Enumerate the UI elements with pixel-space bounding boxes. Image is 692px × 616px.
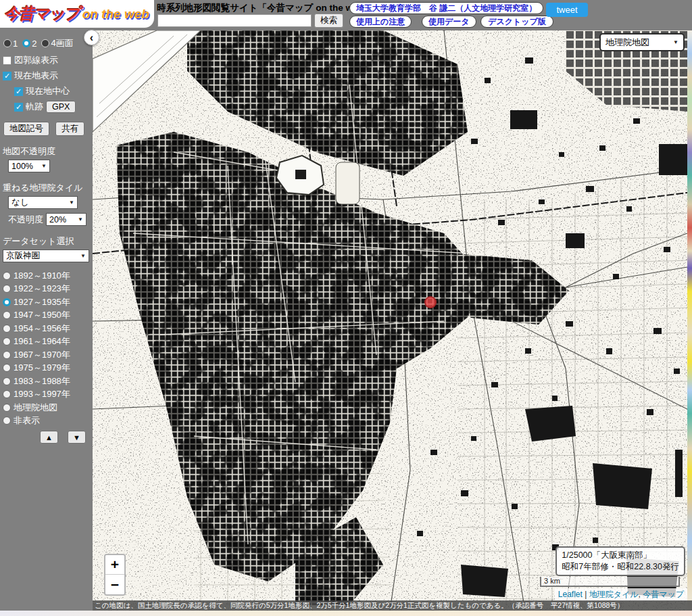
- period-item[interactable]: 1961～1964年: [3, 335, 91, 349]
- logo-text-jp: 今昔マップ: [4, 3, 80, 24]
- radio-icon: [3, 285, 11, 293]
- map-canvas[interactable]: 地理院地図 ▼ + − 1/25000「大阪東南部」 昭和7年部修・昭和22.8…: [93, 30, 687, 611]
- overlay-tile-label: 重ねる地理院タイル: [3, 182, 91, 194]
- radio-icon: [3, 351, 11, 359]
- period-label: 1993～1997年: [14, 388, 70, 400]
- period-item[interactable]: 1975～1979年: [3, 362, 91, 375]
- tweet-button[interactable]: tweet: [546, 3, 588, 17]
- gsi-tiles-link[interactable]: 地理院タイル: [589, 590, 639, 599]
- leaflet-link[interactable]: Leaflet: [558, 590, 583, 599]
- radio-icon: [3, 364, 11, 372]
- second-panel-sliver: [687, 30, 692, 611]
- zoom-control: + −: [104, 554, 126, 596]
- data-sources-link[interactable]: 使用データ: [422, 16, 476, 28]
- page-title: 時系列地形図閲覧サイト「今昔マップ on the web」: [157, 2, 372, 14]
- period-label: 1947～1950年: [14, 309, 70, 321]
- screen-mode-4[interactable]: 4画面: [41, 37, 73, 49]
- radio-selected-icon: [22, 39, 30, 47]
- period-item[interactable]: 1922～1923年: [3, 283, 91, 296]
- checkbox-label: 軌跡: [26, 101, 43, 113]
- screen-mode-label: 1: [13, 39, 18, 49]
- period-label: 1975～1979年: [14, 362, 70, 374]
- period-item[interactable]: 1983～1988年: [3, 375, 91, 388]
- check-icon: ✓: [16, 87, 22, 96]
- checkbox-checked-icon: ✓: [14, 87, 23, 96]
- search-input[interactable]: [157, 14, 312, 27]
- period-item-selected[interactable]: 1927～1935年: [3, 295, 91, 309]
- period-label: 1954～1956年: [14, 323, 70, 335]
- map-symbols-button[interactable]: 地図記号: [3, 122, 49, 136]
- chevron-down-icon: ▼: [41, 163, 47, 169]
- period-list: 1892～1910年 1922～1923年 1927～1935年 1947～19…: [3, 269, 91, 427]
- gpx-button[interactable]: GPX: [46, 101, 76, 113]
- select-value: 京阪神圏: [6, 250, 40, 262]
- map-sheet-edition: 昭和7年部修・昭和22.8.30発行: [562, 561, 679, 573]
- check-icon: ✓: [4, 72, 10, 80]
- dataset-label: データセット選択: [3, 235, 91, 247]
- map-opacity-select[interactable]: 100% ▼: [8, 160, 50, 172]
- period-item[interactable]: 1967～1970年: [3, 348, 91, 362]
- copyright-notice: この地図は、国土地理院長の承認を得て、同院発行の5万分1地形図、2万5千分1地形…: [93, 600, 692, 611]
- checkbox-icon: [3, 56, 11, 65]
- period-label: 1922～1923年: [14, 283, 70, 295]
- period-down-button[interactable]: ▼: [68, 431, 86, 444]
- screen-mode-1[interactable]: 1: [3, 39, 18, 49]
- screen-mode-2[interactable]: 2: [22, 39, 36, 49]
- period-up-button[interactable]: ▲: [40, 431, 58, 444]
- usage-notes-link[interactable]: 使用上の注意: [349, 16, 412, 28]
- lab-link[interactable]: 埼玉大学教育学部 谷 謙二（人文地理学研究室）: [349, 2, 543, 14]
- overlay-tile-select[interactable]: なし ▼: [8, 196, 78, 209]
- select-value: 20%: [49, 215, 66, 224]
- site-logo[interactable]: 今昔マップ on the web: [0, 0, 154, 28]
- chevron-down-icon: ▼: [69, 199, 74, 206]
- share-button[interactable]: 共有: [55, 122, 84, 136]
- show-location-checkbox[interactable]: ✓ 現在地表示: [3, 70, 91, 82]
- radio-icon: [3, 417, 11, 425]
- search-button[interactable]: 検索: [314, 14, 343, 28]
- sidebar-collapse-button[interactable]: ‹: [84, 30, 99, 45]
- current-location-marker: [424, 296, 437, 308]
- period-label: 1961～1964年: [14, 335, 70, 348]
- period-item[interactable]: 非表示: [3, 414, 91, 428]
- center-location-checkbox[interactable]: ✓ 現在地中心: [14, 85, 91, 97]
- period-item[interactable]: 1954～1956年: [3, 322, 91, 335]
- attribution-separator: |: [583, 590, 589, 599]
- page-bottom-strip: [0, 611, 692, 616]
- scale-label: 3 km: [544, 577, 560, 585]
- scale-bar: 3 km: [540, 577, 680, 587]
- period-item[interactable]: 1892～1910年: [3, 269, 91, 283]
- overlay-opacity-row: 不透明度 20% ▼: [8, 213, 91, 226]
- checkbox-label: 図郭線表示: [14, 54, 58, 66]
- desktop-version-link[interactable]: デスクトップ版: [480, 16, 553, 28]
- check-icon: ✓: [16, 103, 22, 112]
- chevron-down-icon: ▼: [78, 216, 83, 222]
- checkbox-checked-icon: ✓: [3, 72, 11, 80]
- period-step-buttons: ▲ ▼: [3, 431, 91, 444]
- track-checkbox[interactable]: ✓: [14, 103, 23, 112]
- radio-icon: [3, 272, 11, 280]
- konjaku-link[interactable]: 今昔マップ: [643, 590, 684, 599]
- period-label: 非表示: [14, 414, 40, 427]
- select-value: なし: [11, 197, 29, 208]
- zoom-out-button[interactable]: −: [105, 575, 124, 594]
- period-item[interactable]: 1993～1997年: [3, 388, 91, 402]
- screen-mode-label: 4画面: [51, 37, 73, 49]
- base-layer-select[interactable]: 地理院地図 ▼: [599, 33, 685, 51]
- overlay-opacity-label: 不透明度: [8, 214, 43, 226]
- radio-icon: [3, 377, 11, 385]
- dataset-select[interactable]: 京阪神圏 ▼: [3, 250, 89, 262]
- sidebar: 1 2 4画面 図郭線表示 ✓ 現在地表示 ✓ 現在地中心 ✓ 軌跡 GPX 地…: [0, 30, 93, 611]
- chevron-down-icon: ▼: [80, 253, 86, 259]
- chevron-left-icon: ‹: [90, 32, 93, 44]
- period-item[interactable]: 1947～1950年: [3, 309, 91, 323]
- map-sheet-info: 1/25000「大阪東南部」 昭和7年部修・昭和22.8.30発行: [555, 546, 685, 576]
- radio-icon: [3, 404, 11, 412]
- overlay-opacity-select[interactable]: 20% ▼: [46, 213, 86, 226]
- logo-text-en: on the web: [82, 7, 149, 22]
- select-value: 地理院地図: [606, 37, 649, 49]
- period-label: 1927～1935年: [14, 296, 70, 308]
- zoom-in-button[interactable]: +: [105, 555, 124, 575]
- map-sheet-title: 1/25000「大阪東南部」: [562, 550, 679, 561]
- frame-lines-checkbox[interactable]: 図郭線表示: [3, 54, 91, 66]
- period-item[interactable]: 地理院地図: [3, 401, 91, 414]
